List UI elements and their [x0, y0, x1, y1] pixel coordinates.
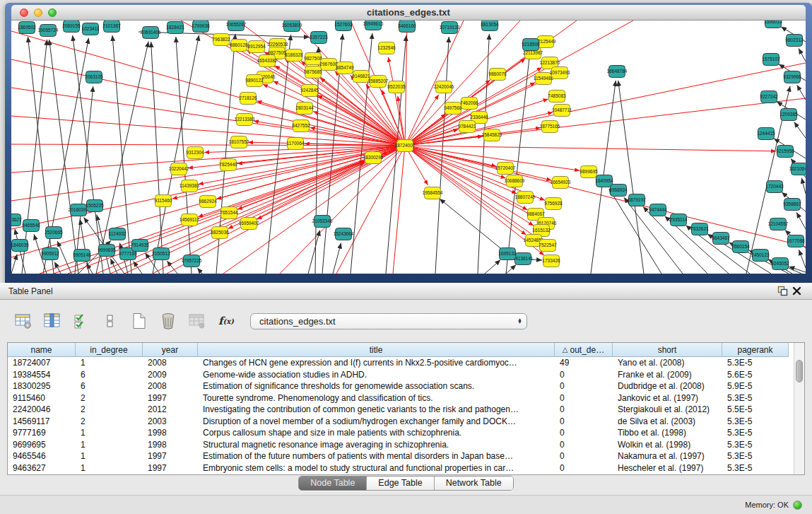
graph-node[interactable]: 1846035 [11, 240, 29, 252]
graph-node[interactable]: 21053346 [312, 216, 333, 228]
graph-node[interactable]: 9560154 [731, 241, 750, 253]
graph-node[interactable]: 16959407 [239, 218, 259, 230]
graph-node[interactable]: 1124932 [109, 228, 126, 240]
graph-node[interactable]: 9215958 [776, 146, 794, 158]
graph-node[interactable]: 9784421 [458, 121, 476, 133]
graph-node[interactable]: 6879197 [628, 194, 646, 206]
graph-node[interactable]: 19584554 [423, 187, 443, 199]
graph-node[interactable]: 9329966 [783, 71, 801, 83]
table-row[interactable]: 2242004622012Investigating the contribut… [8, 404, 804, 416]
column-header-short[interactable]: short [613, 343, 722, 357]
graph-node[interactable]: 9890122 [245, 75, 264, 87]
graph-node[interactable]: 10487711 [552, 105, 572, 117]
column-header-out_de[interactable]: △out_de… [555, 343, 613, 357]
graph-node[interactable]: 9242845 [300, 85, 319, 97]
graph-node[interactable]: 1244415 [757, 128, 775, 140]
graph-node[interactable]: 20691406 [141, 27, 161, 39]
graph-node[interactable]: 14569117 [180, 214, 200, 226]
graph-node[interactable]: 7963822 [212, 34, 230, 46]
graph-node[interactable]: 9115460 [155, 195, 172, 207]
graph-node[interactable]: 22420046 [434, 81, 454, 93]
graph-node[interactable]: 1733426 [542, 255, 560, 267]
graph-node[interactable]: 5905148 [73, 250, 91, 262]
graph-node[interactable]: 9465546 [22, 220, 40, 232]
graph-node[interactable]: 2450123 [751, 250, 770, 262]
graph-node[interactable]: 18300295 [363, 152, 384, 164]
graph-node[interactable]: 9699695 [98, 245, 116, 257]
table-row[interactable]: 1456911722003Disruption of a novel membe… [8, 416, 804, 428]
graph-node[interactable]: 1799936 [192, 21, 210, 33]
graph-node[interactable]: 7651544 [220, 207, 238, 219]
graph-node[interactable]: 1828421 [166, 22, 184, 34]
graph-node[interactable]: 10719133 [440, 22, 460, 34]
graph-node[interactable]: 9860076 [488, 69, 507, 81]
table-row[interactable]: 1872400712008Changes of HCN gene express… [8, 357, 804, 369]
scrollbar-thumb[interactable] [796, 360, 803, 382]
graph-node[interactable]: 10973493 [550, 67, 570, 79]
graph-node[interactable]: 12213383 [235, 114, 255, 126]
delete-column-button[interactable] [159, 312, 177, 330]
graph-node[interactable]: 10655287 [226, 21, 247, 31]
graph-node[interactable]: 15720407 [495, 163, 516, 175]
graph-node[interactable]: 17957225 [182, 255, 202, 267]
table-settings-button[interactable] [14, 312, 33, 330]
graph-node[interactable]: 2967608 [319, 59, 338, 71]
graph-node[interactable]: 8912954 [247, 41, 266, 53]
close-panel-button[interactable] [789, 285, 804, 298]
graph-node[interactable]: 9312304 [186, 147, 204, 159]
column-header-title[interactable]: title [198, 343, 555, 357]
graph-node[interactable]: 1595013 [764, 21, 782, 28]
graph-node[interactable]: 9802312 [785, 35, 804, 47]
graph-node[interactable]: 18807249 [515, 192, 536, 204]
graph-node[interactable]: 9474444 [649, 204, 667, 216]
deselect-all-button[interactable] [101, 312, 119, 330]
graph-node[interactable]: 2150513 [152, 248, 170, 260]
graph-node[interactable]: 12104557 [768, 218, 789, 230]
graph-node[interactable]: 8813054 [481, 21, 499, 31]
memory-status-button[interactable]: Memory: OK [745, 501, 802, 510]
table-row[interactable]: 1830029562008Estimation of significance … [8, 380, 804, 392]
graph-node[interactable]: 8427552 [292, 120, 310, 132]
graph-node[interactable]: 1575107 [762, 54, 780, 66]
graph-node[interactable]: 1023411 [82, 23, 100, 35]
graph-node[interactable]: 7522547 [539, 240, 557, 252]
table-scrollbar[interactable] [794, 343, 804, 474]
graph-node[interactable]: 1720443 [765, 181, 784, 193]
graph-node[interactable]: 7825440 [219, 159, 237, 171]
table-selector[interactable]: citations_edges.txt ▲▼ [250, 313, 527, 329]
graph-node[interactable]: 2803144 [295, 103, 314, 115]
graph-node[interactable]: 9227342 [760, 91, 778, 103]
graph-node[interactable]: 8854749 [336, 62, 354, 74]
column-header-name[interactable]: name [8, 343, 76, 357]
graph-node[interactable]: 1869502 [18, 22, 36, 34]
graph-node[interactable]: 1505225 [86, 200, 104, 212]
graph-node[interactable]: 9358867 [783, 199, 801, 211]
graph-node[interactable]: 7514935 [131, 240, 149, 252]
function-builder-button[interactable]: f(x) [217, 312, 235, 330]
column-visibility-button[interactable] [43, 312, 61, 330]
graph-node[interactable]: 10220442 [169, 163, 189, 175]
float-panel-button[interactable] [775, 285, 789, 298]
table-row[interactable]: 911546021997Tourette syndrome. Phenomeno… [8, 392, 804, 404]
table-row[interactable]: 1938455462009Genome-wide association stu… [8, 369, 804, 381]
graph-node[interactable]: 18724007 [395, 140, 416, 152]
table-row[interactable]: 977716911998Corpus callosum shape and si… [8, 427, 804, 439]
graph-node[interactable]: 18775165 [540, 121, 560, 133]
graph-node[interactable]: 16053809 [282, 21, 302, 32]
graph-node[interactable]: 7485083 [548, 90, 566, 103]
graph-node[interactable]: 7632621 [690, 223, 709, 235]
graph-node[interactable]: 15243664 [334, 228, 354, 240]
graph-node[interactable]: 2089155 [62, 21, 81, 33]
graph-node[interactable]: 1232546 [377, 42, 396, 54]
column-header-year[interactable]: year [143, 343, 198, 357]
graph-node[interactable]: 16648784 [607, 66, 628, 78]
graph-node[interactable]: 7462066 [460, 98, 478, 110]
graph-node[interactable]: 9497568 [444, 103, 462, 115]
graph-node[interactable]: 2520665 [45, 227, 63, 239]
graph-node[interactable]: 9245052 [771, 258, 789, 270]
graph-node[interactable]: 18107552 [229, 136, 249, 148]
tab-edge-table[interactable]: Edge Table [366, 477, 433, 490]
graph-node[interactable]: 16654923 [551, 177, 571, 189]
graph-node[interactable]: 9905912 [41, 248, 59, 260]
column-header-in_degree[interactable]: in_degree [76, 343, 143, 357]
